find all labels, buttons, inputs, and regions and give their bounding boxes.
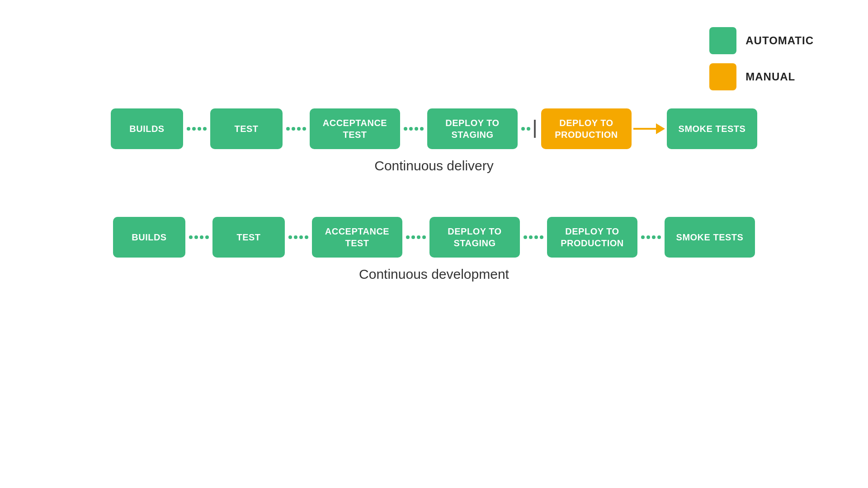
dot bbox=[657, 235, 661, 239]
legend-automatic: AUTOMATIC bbox=[709, 27, 814, 54]
dot bbox=[286, 127, 290, 131]
dot bbox=[192, 127, 196, 131]
development-deploy-staging: DEPLOY TO STAGING bbox=[429, 217, 520, 258]
dot bbox=[540, 235, 543, 239]
development-builds: BUILDS bbox=[113, 217, 185, 258]
dot bbox=[404, 127, 407, 131]
development-title: Continuous development bbox=[0, 267, 868, 282]
development-test: TEST bbox=[212, 217, 285, 258]
dot bbox=[641, 235, 645, 239]
development-diagram: BUILDS TEST ACCEPTANCE TEST DEPL bbox=[0, 217, 868, 282]
dot bbox=[527, 127, 530, 131]
connector-2 bbox=[283, 127, 310, 131]
barrier-dots bbox=[521, 127, 530, 131]
delivery-acceptance-test: ACCEPTANCE TEST bbox=[310, 108, 400, 149]
connector-2 bbox=[285, 235, 312, 239]
delivery-builds: BUILDS bbox=[111, 108, 183, 149]
dot bbox=[203, 127, 207, 131]
dot bbox=[409, 127, 413, 131]
legend: AUTOMATIC MANUAL bbox=[709, 27, 814, 90]
dot bbox=[652, 235, 656, 239]
dot bbox=[205, 235, 209, 239]
connector-4 bbox=[520, 235, 547, 239]
delivery-smoke-tests: SMOKE TESTS bbox=[667, 108, 757, 149]
delivery-deploy-production: DEPLOY TO PRODUCTION bbox=[541, 108, 632, 149]
connector-3 bbox=[400, 127, 427, 131]
development-deploy-production: DEPLOY TO PRODUCTION bbox=[547, 217, 637, 258]
arrow-line bbox=[633, 128, 656, 130]
dot bbox=[302, 127, 306, 131]
dot bbox=[420, 127, 424, 131]
dot bbox=[299, 235, 303, 239]
dot bbox=[422, 235, 426, 239]
delivery-title: Continuous delivery bbox=[0, 158, 868, 174]
dot bbox=[529, 235, 533, 239]
barrier-line bbox=[534, 120, 536, 138]
barrier-connector bbox=[518, 120, 541, 138]
dot bbox=[411, 235, 415, 239]
dot bbox=[646, 235, 650, 239]
legend-manual-label: MANUAL bbox=[745, 70, 795, 83]
legend-manual-box bbox=[709, 63, 736, 90]
dot bbox=[417, 235, 420, 239]
dot bbox=[524, 235, 527, 239]
dot bbox=[415, 127, 418, 131]
legend-automatic-label: AUTOMATIC bbox=[745, 34, 814, 47]
dot bbox=[521, 127, 525, 131]
legend-manual: MANUAL bbox=[709, 63, 814, 90]
connector-1 bbox=[183, 127, 210, 131]
connector-1 bbox=[185, 235, 212, 239]
dot bbox=[189, 235, 193, 239]
delivery-deploy-staging: DEPLOY TO STAGING bbox=[427, 108, 518, 149]
dot bbox=[305, 235, 308, 239]
delivery-diagram: BUILDS TEST ACCEPTANCE TEST DEPL bbox=[0, 108, 868, 174]
dot bbox=[200, 235, 203, 239]
dot bbox=[194, 235, 198, 239]
delivery-pipeline: BUILDS TEST ACCEPTANCE TEST DEPL bbox=[0, 108, 868, 149]
dot bbox=[406, 235, 410, 239]
dot bbox=[187, 127, 190, 131]
arrow-head bbox=[656, 123, 665, 134]
connector-5 bbox=[637, 235, 665, 239]
development-acceptance-test: ACCEPTANCE TEST bbox=[312, 217, 402, 258]
development-pipeline: BUILDS TEST ACCEPTANCE TEST DEPL bbox=[0, 217, 868, 258]
legend-automatic-box bbox=[709, 27, 736, 54]
dot bbox=[198, 127, 201, 131]
dot bbox=[292, 127, 295, 131]
dot bbox=[297, 127, 301, 131]
dot bbox=[534, 235, 538, 239]
delivery-test: TEST bbox=[210, 108, 283, 149]
connector-3 bbox=[402, 235, 429, 239]
arrow-connector bbox=[632, 123, 667, 134]
dot bbox=[294, 235, 297, 239]
development-smoke-tests: SMOKE TESTS bbox=[665, 217, 755, 258]
dot bbox=[288, 235, 292, 239]
